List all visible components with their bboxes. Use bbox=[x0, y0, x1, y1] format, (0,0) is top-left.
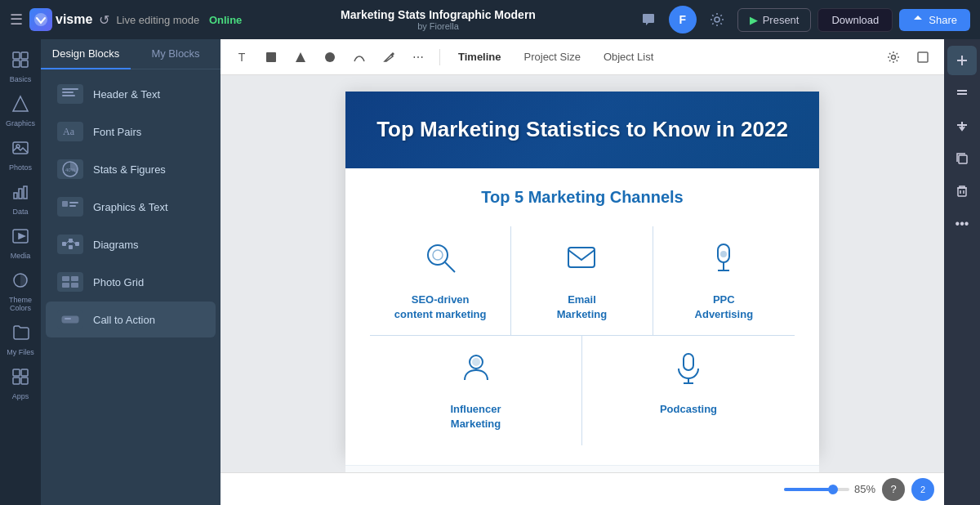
bottom-bar: 85% ? 2 bbox=[220, 472, 944, 505]
block-item-call-to-action[interactable]: Call to Action bbox=[46, 302, 216, 337]
undo-button[interactable]: ↺ bbox=[99, 12, 109, 28]
toolbar-tab-timeline[interactable]: Timeline bbox=[450, 46, 510, 68]
font-pairs-icon: Aa bbox=[57, 122, 83, 141]
svg-rect-15 bbox=[13, 369, 20, 376]
block-item-photo-grid[interactable]: Photo Grid bbox=[46, 264, 216, 300]
more-tools[interactable]: ⋯ bbox=[407, 46, 430, 69]
pen-tool[interactable] bbox=[377, 46, 400, 69]
block-item-font-pairs[interactable]: Aa Font Pairs bbox=[46, 114, 216, 150]
svg-rect-29 bbox=[69, 239, 73, 243]
block-item-header-text[interactable]: Header & Text bbox=[46, 76, 216, 112]
graphics-text-label: Graphics & Text bbox=[93, 201, 168, 213]
scroll-indicator[interactable]: ⇅ bbox=[345, 465, 819, 472]
svg-rect-37 bbox=[71, 283, 78, 288]
svg-line-32 bbox=[66, 241, 69, 244]
more-options-button[interactable]: ••• bbox=[947, 209, 977, 239]
live-editing-status: Live editing mode Online bbox=[116, 14, 242, 26]
font-pairs-label: Font Pairs bbox=[93, 126, 141, 138]
my-files-label: My Files bbox=[7, 348, 34, 356]
sidebar-item-media[interactable]: Media bbox=[2, 222, 39, 265]
delete-button[interactable] bbox=[947, 177, 977, 206]
svg-rect-4 bbox=[13, 60, 20, 67]
stats-figures-icon: 40% bbox=[57, 159, 83, 179]
sidebar-item-basics[interactable]: Basics bbox=[2, 46, 39, 88]
call-to-action-label: Call to Action bbox=[93, 314, 155, 326]
canvas-area: Top Marketing Statistics to Know in 2022… bbox=[220, 75, 944, 505]
block-item-stats-figures[interactable]: 40% Stats & Figures bbox=[46, 151, 216, 187]
download-button[interactable]: Download bbox=[817, 8, 893, 32]
canvas-scroll[interactable]: Top Marketing Statistics to Know in 2022… bbox=[220, 75, 944, 472]
sidebar-item-apps[interactable]: Apps bbox=[2, 363, 39, 405]
sidebar-item-graphics[interactable]: Graphics bbox=[2, 90, 39, 132]
svg-text:40%: 40% bbox=[65, 168, 76, 172]
icon-sidebar: Basics Graphics Photos Data Media bbox=[0, 39, 41, 505]
theme-colors-icon bbox=[11, 271, 29, 293]
sidebar-item-my-files[interactable]: My Files bbox=[2, 319, 39, 361]
tab-my-blocks[interactable]: My Blocks bbox=[131, 39, 220, 69]
svg-point-45 bbox=[428, 245, 448, 265]
text-tool[interactable]: T bbox=[230, 46, 253, 69]
call-to-action-icon bbox=[57, 310, 83, 329]
header-text-label: Header & Text bbox=[93, 88, 160, 101]
sidebar-item-theme-colors[interactable]: Theme Colors bbox=[2, 266, 39, 317]
seo-icon bbox=[422, 239, 458, 283]
sidebar-item-data[interactable]: Data bbox=[2, 178, 39, 221]
share-button[interactable]: Share bbox=[899, 9, 970, 31]
svg-rect-48 bbox=[568, 248, 595, 267]
main-layout: Basics Graphics Photos Data Media bbox=[0, 39, 980, 505]
svg-rect-55 bbox=[684, 354, 693, 370]
channels-row-2: InfluencerMarketing Podcasting bbox=[370, 335, 795, 445]
copy-button[interactable] bbox=[947, 144, 977, 173]
notification-badge[interactable]: 2 bbox=[911, 478, 934, 501]
toolbar-tab-project-size[interactable]: Project Size bbox=[516, 46, 589, 68]
apps-icon bbox=[11, 368, 29, 390]
zoom-slider-thumb[interactable] bbox=[828, 485, 838, 494]
toolbar-tab-object-list[interactable]: Object List bbox=[595, 46, 662, 68]
data-icon bbox=[11, 183, 29, 205]
help-button[interactable]: ? bbox=[882, 478, 905, 501]
add-element-button[interactable] bbox=[947, 46, 977, 75]
ppc-name: PPCAdvertising bbox=[695, 293, 754, 322]
apps-label: Apps bbox=[12, 392, 29, 400]
rectangle-tool[interactable] bbox=[260, 46, 283, 69]
svg-rect-40 bbox=[266, 52, 276, 62]
svg-rect-27 bbox=[69, 205, 76, 207]
top-bar: ☰ visme ↺ Live editing mode Online Marke… bbox=[0, 0, 980, 39]
section-title: Top 5 Marketing Channels bbox=[370, 188, 795, 207]
crop-icon[interactable] bbox=[911, 46, 934, 69]
settings-icon[interactable] bbox=[882, 46, 905, 69]
block-item-diagrams[interactable]: Diagrams bbox=[46, 226, 216, 262]
move-down-button[interactable] bbox=[947, 111, 977, 141]
svg-marker-41 bbox=[296, 52, 305, 62]
menu-icon[interactable]: ☰ bbox=[10, 11, 23, 29]
svg-rect-5 bbox=[21, 60, 28, 67]
zoom-slider-fill bbox=[784, 488, 830, 491]
user-avatar[interactable]: F bbox=[669, 6, 697, 34]
triangle-tool[interactable] bbox=[289, 46, 312, 69]
svg-point-47 bbox=[433, 250, 443, 260]
influencer-icon bbox=[458, 349, 494, 392]
svg-point-54 bbox=[473, 359, 479, 365]
sidebar-item-photos[interactable]: Photos bbox=[2, 134, 39, 177]
blocks-list: Header & Text Aa Font Pairs 40% Stats & … bbox=[41, 69, 220, 505]
infographic-body: Top 5 Marketing Channels SEO-drivenconte… bbox=[345, 168, 819, 465]
curve-tool[interactable] bbox=[348, 46, 371, 69]
block-item-graphics-text[interactable]: Graphics & Text bbox=[46, 189, 216, 225]
tab-design-blocks[interactable]: Design Blocks bbox=[41, 39, 131, 69]
user-settings-button[interactable] bbox=[703, 6, 731, 34]
comment-button[interactable] bbox=[635, 6, 662, 34]
svg-rect-11 bbox=[24, 186, 27, 199]
present-button[interactable]: ▶ Present bbox=[737, 8, 812, 32]
svg-point-1 bbox=[715, 17, 719, 22]
svg-rect-31 bbox=[75, 242, 79, 246]
svg-rect-65 bbox=[958, 188, 966, 196]
podcasting-name: Podcasting bbox=[660, 402, 717, 417]
move-up-button[interactable] bbox=[947, 78, 977, 108]
svg-point-42 bbox=[325, 52, 335, 62]
email-icon bbox=[564, 239, 599, 283]
zoom-slider-track[interactable] bbox=[784, 488, 849, 491]
toolbar: T ⋯ Timeline Project Size Object List bbox=[220, 39, 944, 75]
svg-rect-20 bbox=[62, 92, 74, 93]
circle-tool[interactable] bbox=[318, 46, 341, 69]
svg-rect-7 bbox=[13, 142, 28, 154]
